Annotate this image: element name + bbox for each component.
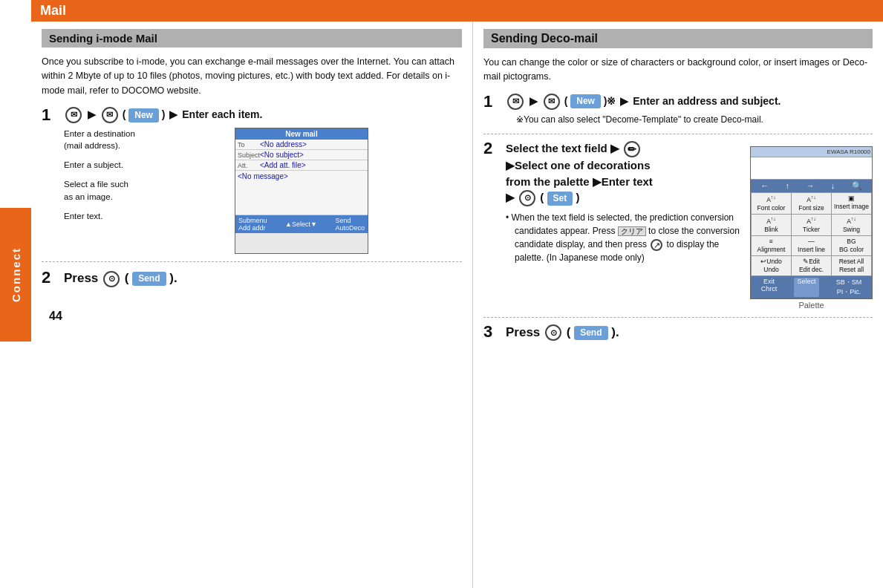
right-section-title: Sending Deco-mail <box>491 32 865 45</box>
nav-down: ↓ <box>831 181 835 191</box>
palette-alignment: ≡Alignment <box>752 236 791 255</box>
page-header: Mail <box>31 0 883 22</box>
btn-set[interactable]: Set <box>547 192 573 206</box>
nav-search: 🔍 <box>852 181 862 191</box>
palette-font-size: A↑↓Font size <box>792 193 831 214</box>
select-field-text: Select the text field ▶ <box>506 142 619 154</box>
step2-right-content: Select the text field ▶ ✏ ▶Select one of… <box>506 140 873 310</box>
arrow-right2: ▶ <box>620 94 628 109</box>
step1-right-text: ✉ ▶ ✉ ( New )※ ▶ Enter an address and su… <box>506 94 873 110</box>
palette-blink: A↑↓Blink <box>752 215 791 235</box>
palette-area: EWASA R10000 ← ↑ → ↓ 🔍 <box>750 146 873 310</box>
step2-right-number: 2 <box>483 140 501 157</box>
step2-left-content: Press ⊙ ( Send ). <box>64 270 462 287</box>
step1-left-content: ✉ ▶ ✉ ( New ) ▶ Enter each item. Enter a… <box>64 107 462 254</box>
palette-exit: ExitChrct <box>761 278 778 297</box>
step2-left-number: 2 <box>42 270 59 286</box>
decor-text: ▶Select one of decorations <box>506 159 651 172</box>
arrow-2: ▶ <box>169 108 177 122</box>
palette-select-btn[interactable]: Select <box>794 278 818 297</box>
mail-icon-1: ✉ <box>65 107 82 123</box>
palette-grid: A↑↓Font color A↑↓Font size ▣Insert image… <box>751 192 872 276</box>
step1-left-text: ✉ ▶ ✉ ( New ) ▶ Enter each item. <box>64 107 462 123</box>
divider-right1 <box>483 134 873 134</box>
palette-bg-color: BGBG color <box>832 236 871 255</box>
palette-edit: ✎EditEdit dec. <box>792 256 831 275</box>
palette-bottom: ExitChrct Select SB・SMPI・Pic. <box>751 276 872 298</box>
phone-bottom-right: SendAutoDeco <box>335 217 365 232</box>
palette-insert-image: ▣Insert image <box>832 193 871 214</box>
phone-title: New mail <box>235 128 368 140</box>
intro-text: Once you subscribe to i-mode, you can ex… <box>42 55 462 98</box>
kuria-btn: クリア <box>618 226 646 236</box>
main-content: Mail Sending i-mode Mail Once you subscr… <box>31 0 883 588</box>
phone-bottom-bar: SubmenuAdd addr ▲Select▼ SendAutoDeco <box>235 215 368 233</box>
camera-icon-left: ⊙ <box>103 271 120 287</box>
palette-box: EWASA R10000 ← ↑ → ↓ 🔍 <box>750 146 873 299</box>
step1-left: 1 ✉ ▶ ✉ ( New ) ▶ Enter each item. <box>42 107 462 254</box>
nav-right: → <box>806 181 814 191</box>
divider-right2 <box>483 317 873 318</box>
paren-open-right: ( <box>567 325 571 339</box>
two-columns: Sending i-mode Mail Once you subscribe t… <box>31 22 883 588</box>
phone-row-msg: <No message> <box>235 171 368 215</box>
btn-send-right[interactable]: Send <box>574 326 607 340</box>
annotations: Enter a destination(mail address). Enter… <box>64 128 190 254</box>
mail-icon-right2: ✉ <box>544 94 560 110</box>
paren-close-left: ). <box>169 271 177 285</box>
btn-new-left[interactable]: New <box>128 108 159 122</box>
left-section-header: Sending i-mode Mail <box>42 29 462 48</box>
step1-left-label: Enter each item. <box>182 108 262 120</box>
annotation-2: Enter a subject. <box>64 159 190 171</box>
set-text: ▶ <box>506 191 518 203</box>
btn-new-right[interactable]: New <box>570 94 601 108</box>
divider-left <box>42 261 462 262</box>
palette-text: from the palette ▶Enter text <box>506 175 653 188</box>
step1-right-label: Enter an address and subject. <box>633 94 781 106</box>
right-column: Sending Deco-mail You can change the col… <box>473 22 883 588</box>
camera-icon-right: ⊙ <box>545 324 561 341</box>
phone-screen: New mail To <No address> Subject <No sub… <box>235 128 368 254</box>
sidebar-tab: Connect <box>0 0 31 588</box>
step3-right-content: Press ⊙ ( Send ). <box>506 324 873 342</box>
right-section-header: Sending Deco-mail <box>483 29 873 48</box>
arrow-right1: ▶ <box>530 94 538 109</box>
btn-send-left[interactable]: Send <box>132 272 166 286</box>
step1-left-number: 1 <box>42 107 59 123</box>
nav-left: ← <box>760 181 769 191</box>
step2-right-text-area: Select the text field ▶ ✏ ▶Select one of… <box>506 140 743 310</box>
phone-row-att: Att. <Add att. file> <box>235 160 368 171</box>
palette-sb-sm: SB・SMPI・Pic. <box>836 278 862 297</box>
press-text-right: Press <box>506 325 544 339</box>
paren-open-left: ( <box>125 271 129 285</box>
phone-bottom-left: SubmenuAdd addr <box>238 217 267 232</box>
annotation-1: Enter a destination(mail address). <box>64 128 190 151</box>
palette-screen-top: EWASA R10000 <box>751 147 872 157</box>
palette-ticker: A↑↓Ticker <box>792 215 831 235</box>
palette-undo: ↩UndoUndo <box>752 256 791 275</box>
step2-left: 2 Press ⊙ ( Send ). <box>42 270 462 287</box>
left-section-title: Sending i-mode Mail <box>49 32 454 45</box>
press-send-left: Press ⊙ ( Send ). <box>64 270 462 287</box>
right-intro: You can change the color or size of char… <box>483 56 873 85</box>
step3-right: 3 Press ⊙ ( Send ). <box>483 324 873 342</box>
step1-right-number: 1 <box>483 94 501 110</box>
palette-caption: Palette <box>750 301 873 310</box>
bullet-text: When the text field is selected, the pre… <box>506 211 743 264</box>
connect-label: Connect <box>0 208 31 342</box>
palette-insert-line: —Insert line <box>792 236 831 255</box>
press-send-right: Press ⊙ ( Send ). <box>506 324 873 342</box>
step2-right-layout: Select the text field ▶ ✏ ▶Select one of… <box>506 140 873 310</box>
palette-white-area <box>751 157 872 180</box>
mail-icon-right1: ✉ <box>507 94 524 110</box>
step1-right-content: ✉ ▶ ✉ ( New )※ ▶ Enter an address and su… <box>506 94 873 126</box>
palette-swing: A↑↓Swing <box>832 215 871 235</box>
annotation-area: Enter a destination(mail address). Enter… <box>64 128 462 254</box>
connect-text: Connect <box>10 247 22 302</box>
phone-row-subject: Subject <No subject> <box>235 150 368 160</box>
annotation-3: Select a file suchas an image. <box>64 178 190 202</box>
arrow-1: ▶ <box>88 108 96 122</box>
circle-icon: ⊙ <box>519 190 535 206</box>
page-title: Mail <box>40 3 874 19</box>
paren-set-close: ) <box>576 191 579 203</box>
